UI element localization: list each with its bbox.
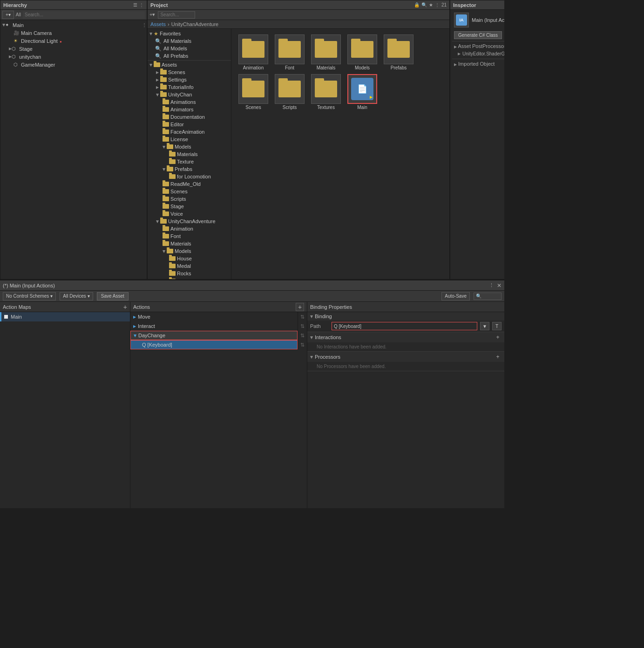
action-move-reorder[interactable]: ⇅ xyxy=(298,312,307,321)
folder-voice[interactable]: Voice xyxy=(148,210,231,218)
folder-animation-2[interactable]: Animation xyxy=(148,225,231,232)
hierarchy-dropdown[interactable]: +▾ xyxy=(2,11,14,19)
asset-scripts[interactable]: Scripts xyxy=(273,74,306,110)
asset-scenes[interactable]: Scenes xyxy=(237,74,270,110)
inspector-panel: Inspector 🔒 ⋮ IA Main (Input Action Gene… xyxy=(450,0,504,280)
action-item-q-keyboard[interactable]: Q [Keyboard] xyxy=(130,340,298,349)
no-control-schemes-btn[interactable]: No Control Schemes ▾ xyxy=(3,292,56,300)
folder-materials-2[interactable]: Materials xyxy=(148,240,231,247)
folder-license[interactable]: License xyxy=(148,136,231,143)
folder-animations[interactable]: Animations xyxy=(148,98,231,106)
folder-readme-old[interactable]: ReadMe_Old xyxy=(148,180,231,188)
folder-animation-2-icon xyxy=(163,226,169,231)
processors-header[interactable]: ▶ Processors + xyxy=(307,352,504,362)
asset-textures[interactable]: Textures xyxy=(310,74,342,110)
folder-tutorialinfo[interactable]: ▶ TutorialInfo xyxy=(148,83,231,91)
processors-add-button[interactable]: + xyxy=(494,353,502,361)
hierarchy-item-main-camera[interactable]: 🎥 Main Camera xyxy=(0,29,147,37)
folder-rocks[interactable]: Rocks xyxy=(148,270,231,277)
folder-scenes-2[interactable]: Scenes xyxy=(148,188,231,195)
folder-documentation[interactable]: Documentation xyxy=(148,113,231,121)
folder-font[interactable]: Font xyxy=(148,232,231,240)
folder-settings[interactable]: ▶ Settings xyxy=(148,76,231,83)
folder-unitychanadventure[interactable]: ▶ UnityChanAdventure xyxy=(148,218,231,225)
asset-models[interactable]: Models xyxy=(346,34,379,70)
generate-cs-button[interactable]: Generate C# Class xyxy=(454,31,502,39)
asset-scripts-label: Scripts xyxy=(283,105,297,110)
auto-save-btn[interactable]: Auto-Save xyxy=(441,292,470,300)
favorites-all-materials[interactable]: 🔍 All Materials xyxy=(148,37,231,45)
action-item-move[interactable]: ▶ Move xyxy=(130,312,298,321)
interactions-add-button[interactable]: + xyxy=(494,334,502,341)
hierarchy-main-menu[interactable]: ⋮ xyxy=(142,22,147,27)
input-actions-search[interactable] xyxy=(474,293,502,300)
binding-dropdown-btn[interactable]: ▼ xyxy=(480,322,489,330)
save-asset-button[interactable]: Save Asset xyxy=(97,292,129,300)
hierarchy-item-directional-light[interactable]: ☀ Directional Light xyxy=(0,37,147,45)
hierarchy-item-main[interactable]: ▶ ✦ Main ⋮ xyxy=(0,21,147,29)
hierarchy-item-unitychan[interactable]: ▶ ⬡ unitychan xyxy=(0,53,147,61)
q-keyboard-reorder[interactable]: ⇅ xyxy=(298,340,307,349)
folder-house[interactable]: House xyxy=(148,255,231,262)
asset-prefabs[interactable]: Prefabs xyxy=(382,34,415,70)
action-item-daychange[interactable]: ▶ DayChange xyxy=(130,331,298,340)
hierarchy-search-input[interactable] xyxy=(23,11,145,19)
project-search-icon[interactable]: 🔍 xyxy=(421,2,427,7)
actions-header: Actions + xyxy=(130,302,307,312)
folder-editor[interactable]: Editor xyxy=(148,121,231,128)
project-star-icon[interactable]: ★ xyxy=(429,2,433,7)
favorites-all-prefabs[interactable]: 🔍 All Prefabs xyxy=(148,52,231,60)
folder-for-locomotion[interactable]: for Locomotion xyxy=(148,173,231,180)
asset-animation-thumb xyxy=(238,34,268,64)
folder-scenes-1[interactable]: ▶ Scenes xyxy=(148,68,231,76)
binding-path-value[interactable]: Q [Keyboard] xyxy=(332,322,477,330)
folder-medal[interactable]: Medal xyxy=(148,262,231,270)
folder-animators[interactable]: Animators xyxy=(148,106,231,113)
folder-prefabs-1[interactable]: ▶ Prefabs xyxy=(148,165,231,173)
folder-tree[interactable]: Tree xyxy=(148,277,231,279)
actions-add-button[interactable]: + xyxy=(296,303,304,311)
close-icon[interactable]: ✕ xyxy=(497,282,502,289)
interactions-header[interactable]: ▶ Interactions + xyxy=(307,332,504,342)
inspector-item-title: Main (Input Action xyxy=(472,17,504,23)
folder-texture[interactable]: Texture xyxy=(148,158,231,165)
favorites-all-models[interactable]: 🔍 All Models xyxy=(148,45,231,52)
action-maps-add-button[interactable]: + xyxy=(123,303,127,311)
action-map-main[interactable]: Main xyxy=(0,312,130,321)
hierarchy-item-stage[interactable]: ▶ ⬡ Stage xyxy=(0,45,147,53)
project-search-input[interactable] xyxy=(158,11,195,19)
action-interact-reorder[interactable]: ⇅ xyxy=(298,321,307,331)
folder-unitychan-label: UnityChan xyxy=(168,92,192,97)
breadcrumb-assets[interactable]: Assets xyxy=(150,21,166,27)
binding-T-btn[interactable]: T xyxy=(492,322,502,330)
asset-main-scene[interactable]: 📄 Main xyxy=(346,74,379,110)
action-daychange-reorder[interactable]: ⇅ xyxy=(298,331,307,340)
folder-faceanimation[interactable]: FaceAnimation xyxy=(148,128,231,136)
all-devices-btn[interactable]: All Devices ▾ xyxy=(60,292,93,300)
hierarchy-item-gamemanager[interactable]: ⬡ GameManager xyxy=(0,61,147,68)
hierarchy-panel: Hierarchy ☰ ⋮ +▾ All ▶ ✦ Main ⋮ 🎥 Main C… xyxy=(0,0,147,280)
project-add-icon[interactable]: +▾ xyxy=(149,12,155,18)
folder-stage[interactable]: Stage xyxy=(148,203,231,210)
action-item-interact[interactable]: ▶ Interact xyxy=(130,321,298,331)
binding-section-header[interactable]: ▶ Binding xyxy=(307,312,504,321)
assets-root[interactable]: ▶ Assets xyxy=(148,61,231,68)
asset-font[interactable]: Font xyxy=(273,34,306,70)
more-options-icon[interactable]: ⋮ xyxy=(489,282,494,288)
folder-scripts-1[interactable]: Scripts xyxy=(148,195,231,203)
folder-models-2[interactable]: ▶ Models xyxy=(148,247,231,255)
processors-empty-text: No Processors have been added. xyxy=(307,362,504,371)
favorites-root[interactable]: ▶ ★ Favorites xyxy=(148,30,231,37)
project-more-icon[interactable]: ⋮ xyxy=(435,2,440,7)
asset-models-label: Models xyxy=(355,65,370,70)
folder-models-2-icon xyxy=(167,249,173,253)
asset-animation[interactable]: Animation xyxy=(237,34,270,70)
folder-unitychan[interactable]: ▶ UnityChan xyxy=(148,91,231,98)
postprocessor-item[interactable]: ▶ UnityEditor.ShaderGra... xyxy=(454,51,504,57)
folder-materials-1[interactable]: Materials xyxy=(148,150,231,158)
folder-models-1[interactable]: ▶ Models xyxy=(148,143,231,150)
hierarchy-menu-icon[interactable]: ☰ xyxy=(133,2,137,7)
asset-materials[interactable]: Materials xyxy=(310,34,342,70)
hierarchy-more-icon[interactable]: ⋮ xyxy=(139,2,144,7)
project-lock-icon[interactable]: 🔒 xyxy=(414,2,420,7)
